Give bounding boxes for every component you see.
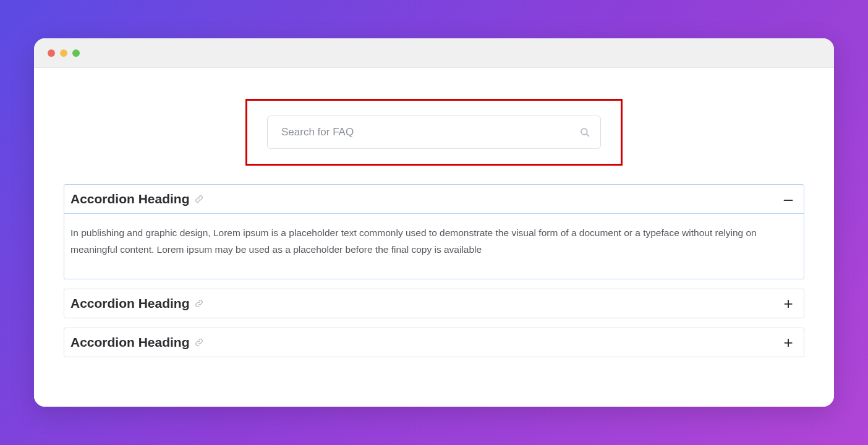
accordion-title-wrap: Accordion Heading — [70, 335, 203, 350]
accordion: Accordion Heading – In publishing and gr… — [64, 184, 804, 357]
maximize-window-button[interactable] — [72, 49, 80, 57]
accordion-title: Accordion Heading — [70, 335, 190, 350]
minimize-window-button[interactable] — [60, 49, 67, 57]
app-window: Accordion Heading – In publishing and gr… — [34, 38, 834, 407]
window-titlebar — [34, 38, 834, 68]
search-highlight-box — [245, 99, 623, 166]
accordion-title-wrap: Accordion Heading — [70, 192, 203, 206]
collapse-icon[interactable]: – — [781, 191, 795, 207]
close-window-button[interactable] — [48, 49, 55, 57]
accordion-item: Accordion Heading + — [64, 289, 804, 318]
accordion-title: Accordion Heading — [70, 192, 190, 206]
accordion-item: Accordion Heading + — [64, 328, 804, 357]
accordion-body: In publishing and graphic design, Lorem … — [64, 214, 804, 279]
search-icon — [579, 127, 590, 138]
search-input[interactable] — [281, 126, 569, 138]
svg-line-1 — [587, 134, 589, 137]
accordion-item: Accordion Heading – In publishing and gr… — [64, 184, 804, 279]
accordion-header[interactable]: Accordion Heading + — [64, 328, 804, 357]
accordion-title: Accordion Heading — [70, 296, 190, 311]
svg-point-0 — [581, 129, 587, 135]
search-box[interactable] — [267, 116, 601, 149]
accordion-header[interactable]: Accordion Heading – — [64, 185, 804, 214]
accordion-header[interactable]: Accordion Heading + — [64, 289, 804, 318]
link-icon[interactable] — [195, 195, 203, 203]
expand-icon[interactable]: + — [781, 334, 795, 350]
accordion-title-wrap: Accordion Heading — [70, 296, 203, 311]
link-icon[interactable] — [195, 299, 203, 308]
link-icon[interactable] — [195, 338, 203, 347]
page-content: Accordion Heading – In publishing and gr… — [34, 68, 834, 407]
expand-icon[interactable]: + — [781, 295, 795, 312]
